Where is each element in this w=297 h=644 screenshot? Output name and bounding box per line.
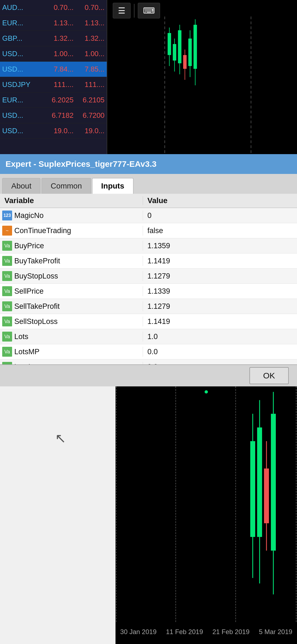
symbol-7: USD... bbox=[2, 111, 43, 120]
bottom-area: ↖ 30 Jan 201911 Feb 20 bbox=[0, 386, 297, 644]
variable-name-5: SellPrice bbox=[14, 287, 44, 296]
svg-rect-2 bbox=[168, 33, 171, 55]
svg-rect-8 bbox=[178, 30, 182, 63]
bid-6: 6.2025 bbox=[43, 96, 74, 104]
value-cell-2: 1.1359 bbox=[143, 242, 297, 250]
bottom-chart: 30 Jan 201911 Feb 201921 Feb 20195 Mar 2… bbox=[116, 386, 297, 644]
top-chart: ☰ ⌨ bbox=[107, 0, 297, 154]
menu-button[interactable]: ☰ bbox=[113, 3, 131, 18]
bid-1: 1.13... bbox=[43, 19, 74, 27]
svg-rect-20 bbox=[250, 441, 255, 537]
value-cell-1: false bbox=[143, 227, 297, 235]
bid-4: 7.84... bbox=[43, 65, 74, 73]
ask-2: 1.32... bbox=[73, 34, 105, 43]
table-row[interactable]: Va Lots 1.0 bbox=[0, 329, 297, 344]
table-body: 123 MagicNo 0 ~ ConTinueTrading false Va… bbox=[0, 208, 297, 364]
inputs-table: Variable Value 123 MagicNo 0 ~ ConTinueT… bbox=[0, 194, 297, 364]
var-icon-6: Va bbox=[2, 301, 12, 311]
value-cell-6: 1.1279 bbox=[143, 302, 297, 311]
table-row[interactable]: Va SellPrice 1.1339 bbox=[0, 284, 297, 299]
svg-rect-5 bbox=[173, 44, 176, 61]
chart-dates: 30 Jan 201911 Feb 201921 Feb 20195 Mar 2… bbox=[116, 628, 297, 636]
chart-toolbar: ☰ ⌨ bbox=[113, 3, 160, 18]
chart-date-1: 11 Feb 2019 bbox=[166, 628, 203, 636]
table-row[interactable]: Va LotsIncrease 0.0 bbox=[0, 359, 297, 364]
table-header: Variable Value bbox=[0, 194, 297, 208]
svg-rect-14 bbox=[188, 39, 192, 66]
var-icon-5: Va bbox=[2, 286, 12, 296]
tab-inputs[interactable]: Inputs bbox=[92, 178, 133, 194]
value-cell-3: 1.1419 bbox=[143, 257, 297, 265]
symbol-8: USD... bbox=[2, 127, 43, 135]
price-row[interactable]: USD... 6.7182 6.7200 bbox=[0, 108, 107, 123]
table-row[interactable]: Va BuyPrice 1.1359 bbox=[0, 238, 297, 253]
bid-8: 19.0... bbox=[43, 127, 74, 135]
symbol-2: GBP... bbox=[2, 34, 43, 43]
ask-6: 6.2105 bbox=[73, 96, 105, 104]
symbol-5: USDJPY bbox=[2, 80, 43, 89]
price-row[interactable]: USDJPY 111.... 111.... bbox=[0, 77, 107, 92]
var-icon-10: Va bbox=[2, 362, 12, 364]
bid-7: 6.7182 bbox=[43, 111, 74, 120]
bottom-left-panel: ↖ bbox=[0, 386, 116, 644]
value-cell-4: 1.1279 bbox=[143, 272, 297, 280]
price-row[interactable]: AUD... 0.70... 0.70... bbox=[0, 0, 107, 15]
ask-5: 111.... bbox=[73, 80, 105, 89]
toolbar-divider bbox=[134, 4, 134, 18]
price-row[interactable]: EUR... 6.2025 6.2105 bbox=[0, 92, 107, 108]
table-row[interactable]: Va SellStopLoss 1.1419 bbox=[0, 314, 297, 329]
bid-5: 111.... bbox=[43, 80, 74, 89]
variable-name-4: BuyStopLoss bbox=[14, 272, 58, 280]
price-row[interactable]: USD... 7.84... 7.85... bbox=[0, 62, 107, 77]
variable-name-1: ConTinueTrading bbox=[14, 227, 71, 235]
ask-8: 19.0... bbox=[73, 127, 105, 135]
value-cell-0: 0 bbox=[143, 211, 297, 220]
tab-about[interactable]: About bbox=[2, 178, 40, 194]
table-row[interactable]: 123 MagicNo 0 bbox=[0, 208, 297, 223]
price-row[interactable]: USD... 1.00... 1.00... bbox=[0, 46, 107, 62]
var-icon-1: ~ bbox=[2, 226, 12, 236]
variable-name-7: SellStopLoss bbox=[14, 317, 58, 326]
ask-4: 7.85... bbox=[73, 65, 105, 73]
dialog-titlebar: Expert - SuplexPrices_tiger777-EAv3.3 bbox=[0, 154, 297, 174]
keyboard-button[interactable]: ⌨ bbox=[138, 3, 160, 18]
variable-cell-4: Va BuyStopLoss bbox=[0, 271, 143, 281]
symbol-0: AUD... bbox=[2, 3, 43, 12]
ok-button[interactable]: OK bbox=[249, 367, 289, 384]
var-icon-7: Va bbox=[2, 316, 12, 326]
svg-rect-26 bbox=[264, 468, 269, 523]
bid-2: 1.32... bbox=[43, 34, 74, 43]
value-cell-9: 0.0 bbox=[143, 348, 297, 356]
var-icon-4: Va bbox=[2, 271, 12, 281]
variable-cell-5: Va SellPrice bbox=[0, 286, 143, 296]
symbol-3: USD... bbox=[2, 50, 43, 58]
variable-name-3: BuyTakeProfit bbox=[14, 257, 60, 265]
cursor-arrow: ↖ bbox=[55, 430, 66, 446]
ask-3: 1.00... bbox=[73, 50, 105, 58]
column-header-variable: Variable bbox=[0, 196, 143, 205]
price-row[interactable]: EUR... 1.13... 1.13... bbox=[0, 15, 107, 31]
table-row[interactable]: Va SellTakeProfit 1.1279 bbox=[0, 299, 297, 314]
variable-cell-10: Va LotsIncrease bbox=[0, 362, 143, 364]
bid-0: 0.70... bbox=[43, 3, 74, 12]
svg-point-32 bbox=[205, 390, 208, 394]
table-row[interactable]: ~ ConTinueTrading false bbox=[0, 223, 297, 238]
value-cell-5: 1.1339 bbox=[143, 287, 297, 296]
tab-common[interactable]: Common bbox=[42, 178, 91, 194]
footer-area: OK bbox=[0, 364, 297, 386]
ask-7: 6.7200 bbox=[73, 111, 105, 120]
table-row[interactable]: Va BuyTakeProfit 1.1419 bbox=[0, 253, 297, 269]
svg-rect-23 bbox=[257, 427, 262, 537]
tabs-area: AboutCommonInputs bbox=[0, 174, 297, 194]
variable-cell-9: Va LotsMP bbox=[0, 347, 143, 357]
table-row[interactable]: Va LotsMP 0.0 bbox=[0, 344, 297, 359]
var-icon-3: Va bbox=[2, 256, 12, 266]
chart-date-0: 30 Jan 2019 bbox=[120, 628, 156, 636]
table-row[interactable]: Va BuyStopLoss 1.1279 bbox=[0, 269, 297, 284]
price-row[interactable]: GBP... 1.32... 1.32... bbox=[0, 31, 107, 46]
ask-0: 0.70... bbox=[73, 3, 105, 12]
chart-date-2: 21 Feb 2019 bbox=[212, 628, 249, 636]
variable-cell-3: Va BuyTakeProfit bbox=[0, 256, 143, 266]
price-row[interactable]: USD... 19.0... 19.0... bbox=[0, 123, 107, 139]
value-cell-8: 1.0 bbox=[143, 332, 297, 341]
